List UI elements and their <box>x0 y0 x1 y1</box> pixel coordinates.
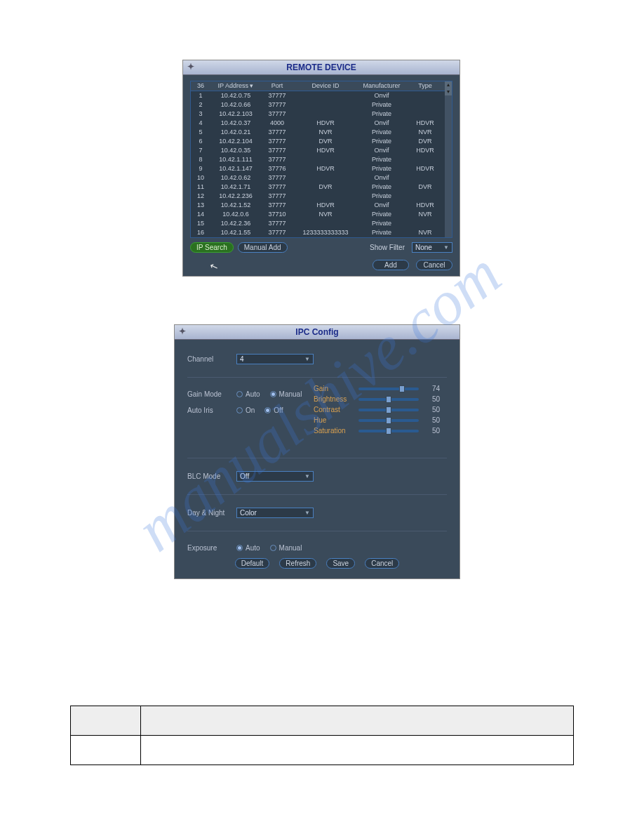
remote-titlebar: ✦ REMOTE DEVICE <box>183 60 459 75</box>
iris-off-radio[interactable]: Off <box>264 406 283 414</box>
chevron-down-icon: ▼ <box>304 510 310 516</box>
slider-row: Brightness50 <box>314 395 440 403</box>
table-row[interactable]: 1110.42.1.7137777DVRPrivateDVR <box>191 183 445 192</box>
ipc-titlebar: ✦ IPC Config <box>175 325 459 340</box>
divider <box>187 494 447 495</box>
slider-label: Saturation <box>314 427 353 435</box>
table-row[interactable]: 510.42.0.2137777NVRPrivateNVR <box>191 128 445 137</box>
exposure-label: Exposure <box>187 544 236 552</box>
ip-search-button[interactable]: IP Search <box>190 242 234 253</box>
contrast-slider[interactable] <box>358 409 419 411</box>
slider-value: 50 <box>424 416 440 424</box>
slider-label: Contrast <box>314 406 353 413</box>
divider <box>187 531 447 531</box>
scroll-up-icon[interactable]: ▴ <box>445 81 452 88</box>
divider <box>187 458 447 458</box>
save-button[interactable]: Save <box>326 558 355 569</box>
slider-label: Hue <box>314 416 353 424</box>
day-night-select[interactable]: Color ▼ <box>236 508 314 518</box>
chevron-down-icon: ▼ <box>304 473 310 479</box>
slider-value: 50 <box>424 427 440 435</box>
camera-icon: ✦ <box>179 326 186 336</box>
table-row[interactable]: 110.42.0.7537777Onvif <box>191 91 445 100</box>
exposure-auto-radio[interactable]: Auto <box>236 544 260 552</box>
col-count[interactable]: 36 <box>191 81 210 91</box>
table-row[interactable]: 610.42.2.10437777DVRPrivateDVR <box>191 137 445 146</box>
col-port[interactable]: Port <box>261 81 293 91</box>
table-row[interactable]: 1310.42.1.5237777HDVROnvifHDVR <box>191 201 445 210</box>
table-row[interactable]: 310.42.2.10337777Private <box>191 110 445 119</box>
show-filter-label: Show Filter <box>370 244 405 251</box>
add-button[interactable]: Add <box>373 260 409 270</box>
exposure-manual-radio[interactable]: Manual <box>270 544 302 552</box>
slider-row: Contrast50 <box>314 406 440 413</box>
slider-row: Saturation50 <box>314 427 440 435</box>
col-type[interactable]: Type <box>405 81 445 91</box>
globe-icon: ✦ <box>187 62 194 72</box>
blc-mode-select[interactable]: Off ▼ <box>236 471 314 482</box>
ipc-cancel-button[interactable]: Cancel <box>365 558 399 569</box>
slider-value: 74 <box>424 385 440 392</box>
scroll-down-icon[interactable]: ▾ <box>445 88 452 95</box>
ipc-title: IPC Config <box>295 327 338 337</box>
gain-mode-label: Gain Mode <box>187 390 236 398</box>
refresh-button[interactable]: Refresh <box>279 558 316 569</box>
table-row[interactable]: 710.42.0.3537777HDVROnvifHDVR <box>191 146 445 155</box>
slider-label: Gain <box>314 385 353 392</box>
table-header: 36 IP Address ▾ Port Device ID Manufactu… <box>191 81 445 91</box>
table-scrollbar[interactable]: ▴ ▾ <box>445 81 452 237</box>
hue-slider[interactable] <box>358 419 419 422</box>
chevron-down-icon: ▼ <box>304 356 310 362</box>
table-row[interactable]: 210.42.0.6637777Private <box>191 100 445 110</box>
brightness-slider[interactable] <box>358 398 419 401</box>
slider-value: 50 <box>424 395 440 403</box>
slider-value: 50 <box>424 406 440 413</box>
col-device-id[interactable]: Device ID <box>293 81 358 91</box>
gain-slider[interactable] <box>358 388 419 390</box>
col-ip[interactable]: IP Address ▾ <box>210 81 261 91</box>
blc-mode-label: BLC Mode <box>187 472 236 480</box>
remote-device-dialog: ✦ REMOTE DEVICE 36 IP Address ▾ Port Dev… <box>182 60 460 277</box>
manual-add-button[interactable]: Manual Add <box>238 242 288 253</box>
table-row[interactable]: 1410.42.0.637710NVRPrivateNVR <box>191 210 445 219</box>
show-filter-select[interactable]: None ▼ <box>412 242 452 253</box>
remote-cancel-button[interactable]: Cancel <box>416 260 452 270</box>
table-row[interactable]: 910.42.1.14737776HDVRPrivateHDVR <box>191 164 445 173</box>
ipc-config-dialog: ✦ IPC Config Channel 4 ▼ Gain Mode Auto … <box>174 324 460 579</box>
device-table: 36 IP Address ▾ Port Device ID Manufactu… <box>190 81 452 238</box>
auto-iris-label: Auto Iris <box>187 406 236 414</box>
slider-row: Hue50 <box>314 416 440 424</box>
col-manufacturer[interactable]: Manufacturer <box>358 81 405 91</box>
day-night-label: Day & Night <box>187 509 236 517</box>
table-row[interactable]: 1210.42.2.23637777Private <box>191 192 445 201</box>
slider-label: Brightness <box>314 395 353 403</box>
saturation-slider[interactable] <box>358 430 419 432</box>
divider <box>187 377 447 378</box>
channel-label: Channel <box>187 355 236 363</box>
channel-select[interactable]: 4 ▼ <box>236 354 314 364</box>
gain-auto-radio[interactable]: Auto <box>236 390 260 398</box>
table-row[interactable]: 1510.42.2.3637777Private <box>191 219 445 228</box>
table-row[interactable]: 1610.42.1.55377771233333333333PrivateNVR <box>191 228 445 237</box>
default-button[interactable]: Default <box>235 558 270 569</box>
iris-on-radio[interactable]: On <box>236 406 255 414</box>
slider-row: Gain74 <box>314 385 440 392</box>
remote-title: REMOTE DEVICE <box>286 62 356 72</box>
gain-manual-radio[interactable]: Manual <box>270 390 302 398</box>
table-row[interactable]: 810.42.1.11137777Private <box>191 155 445 164</box>
chevron-down-icon: ▼ <box>443 244 449 251</box>
table-row[interactable]: 1010.42.0.6237777Onvif <box>191 173 445 183</box>
page-info-table <box>70 706 574 765</box>
table-row[interactable]: 410.42.0.374000HDVROnvifHDVR <box>191 119 445 128</box>
